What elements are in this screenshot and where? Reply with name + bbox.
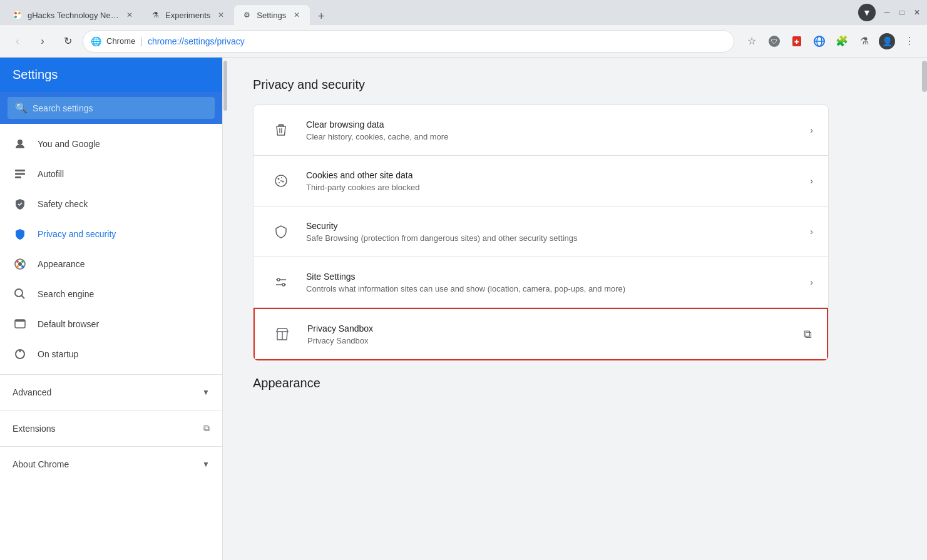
svg-rect-12 [15,170,25,171]
sidebar-item-label-appearance: Appearance [38,259,85,269]
svg-point-0 [13,11,22,19]
sidebar-item-search-engine[interactable]: Search engine [0,279,222,309]
svg-point-21 [15,289,23,297]
svg-point-20 [21,265,24,268]
sidebar-item-appearance[interactable]: Appearance [0,249,222,279]
content-scrollbar-thumb [922,61,927,92]
site-settings-title: Site Settings [306,272,797,282]
security-text: Security Safe Browsing (protection from … [306,221,797,243]
address-url: chrome://settings/privacy [148,36,726,46]
on-startup-icon [13,347,28,362]
address-brand: Chrome [106,36,135,46]
globe-icon[interactable] [809,31,829,51]
maximize-button[interactable]: □ [897,8,907,18]
about-chrome-label: About Chrome [13,459,69,469]
account-icon[interactable]: 👤 [877,31,897,51]
tab-label-ghacks: gHacks Technology News [28,11,119,20]
sidebar-advanced-label: Advanced [13,387,51,397]
address-bar[interactable]: 🌐 Chrome | chrome://settings/privacy [83,30,734,53]
reload-button[interactable]: ↻ [58,31,78,51]
settings-item-site-settings[interactable]: Site Settings Controls what information … [254,257,828,308]
svg-point-30 [282,181,284,183]
sidebar-item-default-browser[interactable]: Default browser [0,309,222,339]
puzzle-icon[interactable]: 🧩 [832,31,852,51]
bookmark-icon[interactable]: ☆ [742,31,762,51]
cookies-arrow: › [810,176,813,186]
tab-close-ghacks[interactable]: ✕ [124,9,135,21]
sidebar-item-extensions[interactable]: Extensions ⧉ [0,415,222,441]
content-area: Privacy and security Clear browsing data… [228,58,919,560]
profile-avatar: ▼ [858,4,876,21]
sidebar-item-label-default-browser: Default browser [38,319,99,329]
appearance-section-title: Appearance [253,376,829,390]
settings-item-privacy-sandbox[interactable]: Privacy Sandbox Privacy Sandbox ⧉ [254,308,828,360]
tab-close-settings[interactable]: ✕ [291,9,302,21]
privacy-security-card: Clear browsing data Clear history, cooki… [253,104,829,361]
sidebar-advanced-section[interactable]: Advanced ▼ [0,380,222,405]
svg-point-28 [278,178,280,180]
svg-point-16 [18,262,22,266]
new-tab-button[interactable]: + [312,8,330,25]
address-favicon: 🌐 [91,36,101,46]
flask-icon[interactable]: ⚗ [854,31,874,51]
title-bar: gHacks Technology News ✕ ⚗ Experiments ✕… [0,0,927,25]
minimize-button[interactable]: ─ [882,8,892,18]
sidebar-item-label-on-startup: On startup [38,349,78,359]
url-highlight: settings [184,36,214,46]
security-icon [269,219,294,244]
svg-text:🛡: 🛡 [771,38,777,45]
search-box[interactable]: 🔍 [8,97,215,119]
sidebar-item-label-privacy: Privacy and security [38,229,116,239]
settings-item-clear-browsing[interactable]: Clear browsing data Clear history, cooki… [254,105,828,156]
back-button[interactable]: ‹ [8,31,28,51]
svg-point-32 [280,180,282,181]
privacy-shield-icon [13,227,28,242]
sidebar-item-autofill[interactable]: Autofill [0,159,222,189]
site-settings-text: Site Settings Controls what information … [306,272,797,293]
privacy-sandbox-text: Privacy Sandbox Privacy Sandbox [307,323,791,345]
svg-point-3 [14,16,17,18]
advanced-chevron-icon: ▼ [202,388,210,397]
menu-icon[interactable]: ⋮ [899,31,919,51]
tab-settings[interactable]: ⚙ Settings ✕ [234,5,310,25]
sidebar-item-safety-check[interactable]: Safety check [0,189,222,219]
sidebar-scrollbar[interactable] [223,58,228,560]
sidebar-header: Settings [0,58,222,92]
svg-point-1 [14,12,17,14]
svg-point-2 [18,12,21,14]
titlebar-profile-icon[interactable]: ▼ [857,3,877,23]
sidebar-item-privacy-security[interactable]: Privacy and security [0,219,222,249]
svg-point-19 [16,265,19,268]
search-engine-icon [13,287,28,302]
url-prefix: chrome:// [148,36,184,46]
sidebar-item-on-startup[interactable]: On startup [0,339,222,369]
shield-icon-2[interactable]: ✚ [787,31,807,51]
tab-bar: gHacks Technology News ✕ ⚗ Experiments ✕… [5,0,857,25]
svg-point-35 [277,278,280,281]
tab-experiments[interactable]: ⚗ Experiments ✕ [143,5,234,25]
tab-label-settings: Settings [257,11,286,20]
settings-item-security[interactable]: Security Safe Browsing (protection from … [254,206,828,257]
search-input[interactable] [33,103,207,113]
safety-check-icon [13,196,28,211]
svg-rect-24 [15,320,25,322]
sidebar-item-about-chrome[interactable]: About Chrome ▼ [0,452,222,477]
content-scrollbar[interactable] [919,58,927,560]
privacy-sandbox-subtitle: Privacy Sandbox [307,336,791,345]
clear-browsing-arrow: › [810,125,813,135]
tab-ghacks[interactable]: gHacks Technology News ✕ [5,5,143,25]
section-title: Privacy and security [253,78,829,92]
forward-button[interactable]: › [33,31,53,51]
shield-icon-1[interactable]: 🛡 [764,31,784,51]
close-button[interactable]: ✕ [912,8,922,18]
svg-point-29 [281,177,282,178]
tab-close-experiments[interactable]: ✕ [215,9,227,21]
extensions-label: Extensions [13,424,55,434]
url-suffix: /privacy [215,36,245,46]
settings-item-cookies[interactable]: Cookies and other site data Third-party … [254,156,828,206]
sidebar-divider-2 [0,410,222,410]
sidebar-divider-3 [0,446,222,447]
about-chevron-icon: ▼ [202,460,210,469]
clear-browsing-title: Clear browsing data [306,120,797,130]
sidebar-item-you-and-google[interactable]: You and Google [0,129,222,159]
